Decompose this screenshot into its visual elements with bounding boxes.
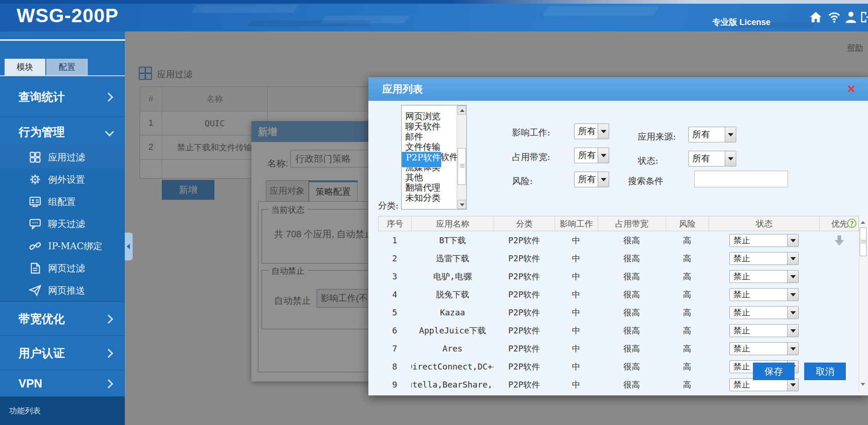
application-table-header: 序号 应用名称 分类 影响工作 占用带宽 风险 状态 优先 ? xyxy=(378,216,859,231)
chevron-right-icon xyxy=(104,92,113,102)
browser-top-strip xyxy=(0,0,868,4)
dropdown-arrow-icon xyxy=(598,172,609,187)
application-row: 4脱兔下载 P2P软件中 很高高 禁止 xyxy=(378,285,859,303)
sidebar-item-web-push[interactable]: 网页推送 xyxy=(0,279,125,302)
grid-icon xyxy=(29,151,42,164)
behavior-submenu: 应用过滤 例外设置 xyxy=(0,146,125,302)
dropdown-arrow-icon xyxy=(598,124,609,139)
gear-icon xyxy=(29,173,42,186)
status-select[interactable]: 禁止 xyxy=(729,288,799,301)
dropdown-arrow-icon xyxy=(787,253,798,265)
chevron-right-icon xyxy=(104,379,113,388)
status-filter-label: 状态: xyxy=(638,155,658,167)
chevron-right-icon xyxy=(104,349,113,358)
chat-bubble-icon xyxy=(29,217,42,230)
dropdown-arrow-icon xyxy=(787,271,798,283)
chevron-down-icon xyxy=(105,127,114,136)
home-icon[interactable] xyxy=(809,10,823,24)
search-label: 搜索条件 xyxy=(628,175,663,187)
sidebar-collapse-handle[interactable] xyxy=(125,233,133,260)
scrollbar-thumb[interactable] xyxy=(458,148,466,185)
sidebar-section-bandwidth[interactable]: 带宽优化 xyxy=(0,302,125,336)
status-select[interactable]: 禁止 xyxy=(729,270,799,283)
search-input[interactable] xyxy=(694,171,788,187)
dropdown-arrow-icon xyxy=(725,127,736,142)
risk-filter-label: 风险: xyxy=(512,175,532,187)
category-option-selected[interactable]: P2P软件 xyxy=(402,152,441,167)
scroll-up-button[interactable] xyxy=(458,105,466,115)
sidebar-item-ip-mac-binding[interactable]: IP-MAC绑定 xyxy=(0,235,125,257)
app-logo: WSG-200P xyxy=(17,5,118,27)
dropdown-arrow-icon xyxy=(787,325,798,337)
application-row: 1BT下载 P2P软件中 很高高 禁止 xyxy=(378,231,859,249)
application-row: 2迅雷下载 P2P软件中 很高高 禁止 xyxy=(378,249,859,267)
sidebar-item-web-filter[interactable]: 网页过滤 xyxy=(0,257,125,279)
sidebar-item-chat-filter[interactable]: 聊天过滤 xyxy=(0,213,125,235)
status-select[interactable]: 禁止 xyxy=(729,252,799,265)
sidebar-tab-config[interactable]: 配置 xyxy=(46,59,88,75)
dropdown-arrow-icon xyxy=(787,234,798,246)
status-select[interactable]: 禁止 xyxy=(729,234,799,247)
dropdown-arrow-icon xyxy=(725,151,736,166)
logout-icon[interactable] xyxy=(859,10,868,24)
modal-title: 应用列表 xyxy=(382,82,423,96)
collapse-arrow-icon xyxy=(127,244,130,249)
sidebar-item-exceptions[interactable]: 例外设置 xyxy=(0,168,125,191)
sidebar-section-vpn[interactable]: VPN xyxy=(0,370,125,397)
user-icon[interactable] xyxy=(844,10,858,24)
link-icon xyxy=(29,240,42,253)
close-icon[interactable]: ✕ xyxy=(847,83,856,96)
page-icon xyxy=(29,262,42,275)
sidebar-item-app-filter[interactable]: 应用过滤 xyxy=(0,146,125,168)
dropdown-arrow-icon xyxy=(787,343,798,355)
dropdown-arrow-icon xyxy=(787,289,798,301)
risk-filter-select[interactable]: 所有 xyxy=(574,172,609,187)
priority-down-icon[interactable] xyxy=(833,234,846,246)
category-label: 分类: xyxy=(378,200,398,212)
application-row: 5Kazaa P2P软件中 很高高 禁止 xyxy=(378,303,859,321)
table-scrollbar[interactable] xyxy=(859,217,867,393)
license-label: 专业版 License xyxy=(712,17,770,28)
application-list-modal: 应用列表 ✕ 网页浏览 聊天软件 邮件 文件传输 P2P软件 游戏股票软件 流媒… xyxy=(368,77,868,395)
paper-plane-icon xyxy=(29,284,42,297)
application-row: 6AppleJuice下载 P2P软件中 很高高 禁止 xyxy=(378,321,859,339)
cancel-button[interactable]: 取消 xyxy=(804,363,846,380)
impact-filter-label: 影响工作: xyxy=(512,127,550,139)
bandwidth-filter-label: 占用带宽: xyxy=(512,151,550,163)
sidebar-tab-module[interactable]: 模块 xyxy=(5,59,45,75)
wsg-admin-page: WSG-200P 专业版 License 模块 配置 查询统计 xyxy=(0,0,868,425)
dropdown-arrow-icon xyxy=(787,307,798,319)
help-question-icon[interactable]: ? xyxy=(847,219,856,228)
chevron-right-icon xyxy=(104,314,113,324)
dropdown-arrow-icon xyxy=(787,379,798,391)
application-row: 3电驴,电骡 P2P软件中 很高高 禁止 xyxy=(378,267,859,285)
status-select[interactable]: 禁止 xyxy=(729,324,799,337)
sidebar-section-query-stats[interactable]: 查询统计 xyxy=(0,76,125,117)
source-filter-select[interactable]: 所有 xyxy=(688,127,736,142)
status-select[interactable]: 禁止 xyxy=(729,306,799,319)
status-filter-select[interactable]: 所有 xyxy=(688,151,736,166)
sidebar-section-user-auth[interactable]: 用户认证 xyxy=(0,335,125,370)
bandwidth-filter-select[interactable]: 所有 xyxy=(574,148,609,163)
save-button[interactable]: 保存 xyxy=(753,363,795,380)
category-listbox[interactable]: 网页浏览 聊天软件 邮件 文件传输 P2P软件 游戏股票软件 流媒体类 其他 翻… xyxy=(401,105,467,209)
sidebar-section-behavior[interactable]: 行为管理 xyxy=(0,117,125,147)
application-row: 7Ares P2P软件中 很高高 禁止 xyxy=(378,339,859,357)
group-card-icon xyxy=(29,195,42,208)
dropdown-arrow-icon xyxy=(598,148,609,163)
wifi-icon[interactable] xyxy=(826,10,842,24)
top-header: WSG-200P 专业版 License xyxy=(0,0,868,31)
scrollbar-thumb[interactable] xyxy=(860,228,867,256)
sidebar: 模块 配置 查询统计 行为管理 应用过滤 xyxy=(0,31,125,425)
impact-filter-select[interactable]: 所有 xyxy=(574,123,609,139)
sidebar-footer-function-list[interactable]: 功能列表 xyxy=(0,396,125,425)
scroll-down-button[interactable] xyxy=(458,200,466,209)
sidebar-item-group-config[interactable]: 组配置 xyxy=(0,191,125,213)
sidebar-top-line xyxy=(0,39,125,41)
modal-titlebar: 应用列表 ✕ xyxy=(368,77,868,101)
source-filter-label: 应用来源: xyxy=(638,131,676,143)
listbox-scrollbar[interactable] xyxy=(457,105,466,209)
status-select[interactable]: 禁止 xyxy=(729,342,799,355)
